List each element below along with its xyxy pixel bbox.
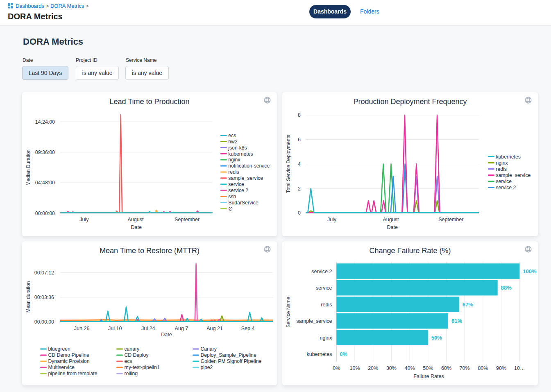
svg-text:00:03:36: 00:03:36 [34,295,54,300]
svg-text:Total Service Deployments: Total Service Deployments [286,135,291,193]
svg-text:100%: 100% [523,268,537,274]
svg-text:Median Duration: Median Duration [25,150,31,186]
svg-text:Golden PM Signoff Pipeline: Golden PM Signoff Pipeline [201,358,262,364]
svg-text:67%: 67% [463,301,473,308]
svg-text:nginx: nginx [320,335,333,341]
svg-text:Dynamic Provision: Dynamic Provision [48,358,90,364]
svg-text:sample_service: sample_service [496,172,531,178]
svg-text:July: July [327,217,337,222]
svg-text:nginx: nginx [228,157,240,163]
svg-text:Aug 21: Aug 21 [206,326,223,331]
svg-text:pipe2: pipe2 [201,365,213,370]
svg-text:Jul 10: Jul 10 [108,326,122,331]
svg-text:CD Deploy: CD Deploy [125,352,149,358]
svg-text:September: September [438,217,463,222]
svg-text:00:00:00: 00:00:00 [35,211,55,216]
svg-text:Failure Rates: Failure Rates [413,374,444,379]
svg-text:10…: 10… [514,365,525,371]
svg-text:August: August [128,217,144,222]
svg-text:nginx: nginx [496,160,508,166]
svg-text:2: 2 [298,186,301,192]
svg-text:60%: 60% [441,365,451,371]
svg-text:hw2: hw2 [228,139,238,145]
svg-text:Multiservice: Multiservice [48,365,75,370]
svg-text:canary: canary [125,346,140,352]
svg-text:0%: 0% [333,365,340,371]
svg-text:Date: Date [161,332,172,338]
svg-text:40%: 40% [405,365,415,371]
svg-text:Jun 26: Jun 26 [74,326,90,331]
svg-text:redis: redis [496,166,507,172]
svg-text:ecs: ecs [228,133,236,138]
svg-text:04:48:00: 04:48:00 [35,180,55,186]
svg-text:Aug 7: Aug 7 [175,326,188,331]
svg-text:09:36:00: 09:36:00 [35,150,55,155]
svg-text:4: 4 [298,161,301,167]
svg-text:my-test-pipelin1: my-test-pipelin1 [125,365,160,370]
svg-text:Sep 4: Sep 4 [241,326,255,331]
svg-text:90%: 90% [496,365,506,371]
svg-text:service: service [496,179,512,184]
svg-text:notification-service: notification-service [228,163,270,169]
svg-text:sample_service: sample_service [228,175,263,181]
svg-text:service: service [228,181,244,187]
svg-text:pipeline from template: pipeline from template [48,371,98,376]
svg-text:json-k8s: json-k8s [228,145,247,151]
svg-text:Change Failure Rate (%): Change Failure Rate (%) [369,247,451,255]
svg-text:kubernetes: kubernetes [496,154,521,160]
svg-text:service 2: service 2 [496,185,516,190]
svg-text:kubernetes: kubernetes [307,351,332,357]
svg-text:service: service [316,285,332,291]
svg-text:50%: 50% [431,335,442,341]
svg-text:0: 0 [298,210,301,216]
svg-text:Canary: Canary [201,346,217,352]
svg-text:redis: redis [321,302,332,308]
svg-text:Jul 24: Jul 24 [141,326,155,331]
svg-text:sample_service: sample_service [297,318,332,324]
svg-text:20%: 20% [368,365,378,371]
svg-text:service 2: service 2 [228,188,248,193]
svg-text:70%: 70% [460,365,470,371]
svg-text:61%: 61% [451,318,462,324]
svg-text:88%: 88% [501,285,512,291]
svg-text:Date: Date [131,224,141,230]
svg-text:∅: ∅ [228,206,233,212]
svg-text:Mean duration: Mean duration [25,281,31,313]
svg-text:ssh: ssh [228,194,236,199]
svg-text:0%: 0% [340,351,347,357]
svg-text:6: 6 [298,137,301,143]
svg-text:14:24:00: 14:24:00 [35,119,55,125]
svg-text:Date: Date [387,224,398,230]
svg-text:Lead Time to Production: Lead Time to Production [109,97,189,106]
svg-text:SudarService: SudarService [228,200,258,206]
svg-text:July: July [79,217,89,222]
svg-text:CD Demo Pipeline: CD Demo Pipeline [48,352,89,358]
svg-text:August: August [383,217,399,222]
svg-text:8: 8 [298,112,301,118]
svg-text:80%: 80% [478,365,488,371]
svg-text:Deploy_Sample_Pipeline: Deploy_Sample_Pipeline [201,352,256,358]
svg-text:service 2: service 2 [311,269,332,274]
svg-text:10%: 10% [349,365,360,371]
svg-text:kubernetes: kubernetes [228,151,253,157]
svg-text:30%: 30% [386,365,397,371]
svg-text:Service Name: Service Name [286,297,291,328]
svg-text:Mean Time to Restore (MTTR): Mean Time to Restore (MTTR) [100,247,200,255]
svg-text:00:07:12: 00:07:12 [34,270,54,276]
svg-text:rolling: rolling [125,371,138,376]
svg-text:00:00:00: 00:00:00 [34,319,54,325]
svg-text:bluegreen: bluegreen [48,346,70,352]
svg-text:Production Deployment Frequenc: Production Deployment Frequency [353,97,467,106]
svg-text:redis: redis [228,169,239,175]
svg-text:50%: 50% [423,365,433,371]
svg-text:September: September [175,217,200,222]
svg-text:ecs: ecs [125,358,132,364]
